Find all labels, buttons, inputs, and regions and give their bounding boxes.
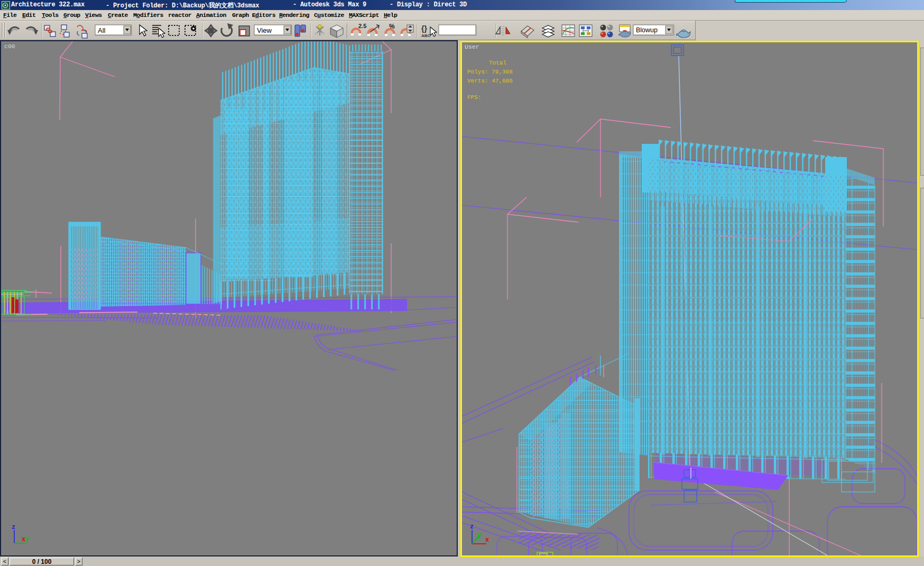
- svg-text:FPS:: FPS:: [467, 94, 481, 101]
- svg-text:2.5: 2.5: [358, 23, 366, 29]
- svg-text:y: y: [477, 532, 482, 540]
- svg-text:z: z: [470, 523, 474, 531]
- svg-text:Polys: 79,308: Polys: 79,308: [467, 69, 513, 75]
- svg-text:View: View: [257, 26, 272, 34]
- svg-text:%: %: [389, 23, 395, 30]
- svg-text:{}: {}: [421, 24, 427, 33]
- svg-text:All: All: [98, 26, 106, 34]
- svg-text:Total: Total: [489, 60, 506, 66]
- svg-text:x: x: [485, 536, 489, 544]
- svg-text:Verts: 47,686: Verts: 47,686: [467, 78, 513, 84]
- svg-text:z: z: [12, 524, 15, 531]
- svg-text:c00: c00: [4, 43, 15, 50]
- svg-text:User: User: [465, 43, 479, 50]
- svg-text:y: y: [25, 535, 30, 543]
- svg-text:ABC: ABC: [421, 33, 431, 38]
- svg-text:Blowup: Blowup: [636, 26, 658, 34]
